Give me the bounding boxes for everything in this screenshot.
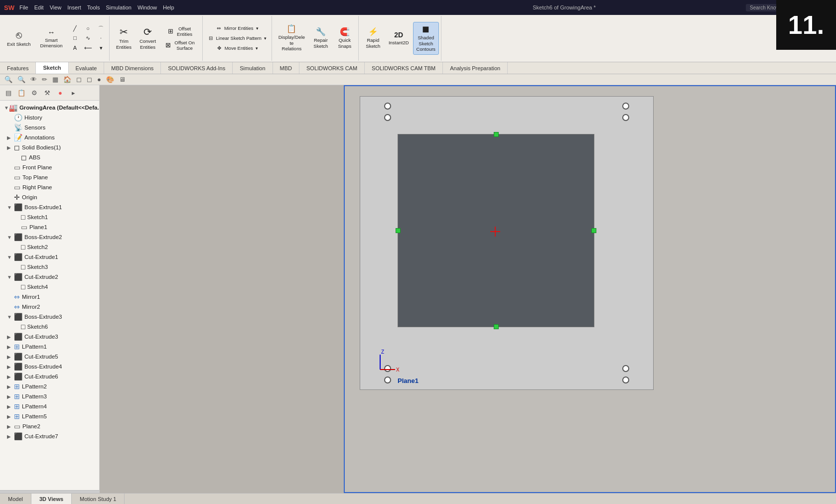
menu-tools[interactable]: Tools [87, 4, 100, 10]
corner-handle-tl1[interactable] [384, 103, 391, 110]
menu-help[interactable]: Help [163, 4, 174, 10]
exit-sketch-button[interactable]: ⎋ Exit Sketch [4, 28, 34, 49]
tree-item-cut-extrude6[interactable]: ▶ ⬛ Cut-Extrude6 [0, 372, 99, 381]
tree-item-lpattern4[interactable]: ▶ ⊞ LPattern4 [0, 401, 99, 411]
linear-pattern-dropdown-icon[interactable]: ▾ [264, 36, 267, 41]
offset-surface-button[interactable]: ⊠ Offset OnSurface [160, 39, 200, 52]
monitor-icon[interactable]: 🖥 [118, 75, 127, 84]
down-button[interactable]: ▾ [95, 44, 107, 52]
tree-item-history[interactable]: 🕐 History [0, 113, 99, 123]
corner-handle-tl2[interactable] [384, 114, 391, 121]
3d-viewport[interactable]: Plane1 Z X ↕ ◻ ⊕ ✕ ● ☰ [100, 85, 836, 493]
tree-item-lpattern3[interactable]: ▶ ⊞ LPattern3 [0, 391, 99, 401]
move-entities-button[interactable]: ✥ Move Entities ▾ [206, 44, 270, 53]
feature-manager-icon[interactable]: ▤ [3, 87, 14, 98]
convert-entities-button[interactable]: ⟳ ConvertEntities [137, 25, 159, 52]
point-button[interactable]: · [95, 34, 107, 42]
tree-item-lpattern1[interactable]: ▶ ⊞ LPattern1 [0, 342, 99, 352]
tree-item-sketch1[interactable]: □ Sketch1 [0, 212, 99, 222]
tree-item-lpattern5[interactable]: ▶ ⊞ LPattern5 [0, 411, 99, 421]
trim-entities-button[interactable]: ✂ TrimEntities [113, 25, 136, 52]
rotate-view-icon[interactable]: 👁 [29, 75, 38, 84]
tree-item-mirror1[interactable]: ⇔ Mirror1 [0, 292, 99, 302]
tree-item-plane2[interactable]: ▶ ▭ Plane2 [0, 421, 99, 431]
tab-features[interactable]: Features [0, 62, 36, 74]
tree-item-cut-extrude3[interactable]: ▶ ⬛ Cut-Extrude3 [0, 332, 99, 342]
btab-model[interactable]: Model [0, 494, 31, 504]
cam-manager-icon[interactable]: ⚒ [42, 87, 53, 98]
tree-root[interactable]: ▼ 🏭 GrowingArea (Default<<Defa... [0, 103, 99, 113]
tab-solidworks-addins[interactable]: SOLIDWORKS Add-Ins [161, 62, 233, 74]
zoom-in-icon[interactable]: 🔍 [16, 75, 27, 84]
menu-simulation[interactable]: Simulation [106, 4, 132, 10]
tab-solidworks-cam-tbm[interactable]: SOLIDWORKS CAM TBM [365, 62, 443, 74]
tree-item-cut-extrude5[interactable]: ▶ ⬛ Cut-Extrude5 [0, 352, 99, 362]
tree-item-origin[interactable]: ✛ Origin [0, 192, 99, 202]
tree-item-solid-bodies[interactable]: ▶ ◻ Solid Bodies(1) [0, 142, 99, 152]
tree-item-mirror2[interactable]: ⇔ Mirror2 [0, 302, 99, 312]
tree-item-sketch2[interactable]: □ Sketch2 [0, 242, 99, 252]
config-manager-icon[interactable]: ⚙ [29, 87, 40, 98]
smart-dimension-button[interactable]: ↔ Smart Dimension [35, 26, 68, 51]
tree-item-annotations[interactable]: ▶ 📝 Annotations [0, 132, 99, 142]
menu-insert[interactable]: Insert [67, 4, 81, 10]
display-icon[interactable]: ▦ [51, 75, 60, 84]
menu-window[interactable]: Window [138, 4, 157, 10]
tree-item-abs[interactable]: ◻ ABS [0, 152, 99, 162]
tree-item-cut-extrude1[interactable]: ▼ ⬛ Cut-Extrude1 [0, 252, 99, 262]
btab-3dviews[interactable]: 3D Views [31, 494, 72, 504]
menu-edit[interactable]: Edit [34, 4, 44, 10]
view-orient-icon[interactable]: ◻ [75, 75, 83, 84]
render-icon[interactable]: 🎨 [105, 75, 116, 84]
render-manager-icon[interactable]: ● [55, 87, 66, 98]
mirror-entities-button[interactable]: ⇔ Mirror Entities ▾ [206, 24, 270, 33]
property-manager-icon[interactable]: 📋 [16, 87, 27, 98]
menu-bar[interactable]: File Edit View Insert Tools Simulation W… [19, 4, 383, 10]
tree-item-boss-extrude1[interactable]: ▼ ⬛ Boss-Extrude1 [0, 202, 99, 212]
tab-mbd-dimensions[interactable]: MBD Dimensions [104, 62, 161, 74]
sidebar-resize-handle[interactable] [0, 490, 99, 493]
tree-item-plane1[interactable]: ▭ Plane1 [0, 222, 99, 232]
midpoint-left[interactable] [396, 228, 401, 233]
midpoint-top[interactable] [494, 132, 499, 137]
tree-item-right-plane[interactable]: ▭ Right Plane [0, 182, 99, 192]
tree-item-top-plane[interactable]: ▭ Top Plane [0, 172, 99, 182]
offset-entities-button[interactable]: ⊞ OffsetEntities [160, 25, 200, 38]
menu-file[interactable]: File [19, 4, 28, 10]
tab-solidworks-cam[interactable]: SOLIDWORKS CAM [299, 62, 365, 74]
midpoint-bottom[interactable] [494, 324, 499, 329]
pan-icon[interactable]: ✏ [40, 75, 49, 84]
menu-view[interactable]: View [50, 4, 62, 10]
tree-item-cut-extrude2[interactable]: ▼ ⬛ Cut-Extrude2 [0, 272, 99, 282]
circle-button[interactable]: ○ [82, 24, 94, 33]
appearance-icon[interactable]: ◻ [85, 75, 94, 84]
tree-item-boss-extrude2[interactable]: ▼ ⬛ Boss-Extrude2 [0, 232, 99, 242]
tree-item-boss-extrude4[interactable]: ▶ ⬛ Boss-Extrude4 [0, 362, 99, 372]
shaded-sketch-contours-button[interactable]: ◼ ShadedSketchContours [413, 22, 439, 54]
tab-analysis-preparation[interactable]: Analysis Preparation [443, 62, 508, 74]
tab-sketch[interactable]: Sketch [36, 62, 68, 74]
section-icon[interactable]: 🏠 [62, 75, 73, 84]
corner-handle-br1[interactable] [622, 365, 629, 372]
corner-handle-tr2[interactable] [622, 114, 629, 121]
text-button[interactable]: A [69, 44, 81, 52]
corner-handle-tr1[interactable] [622, 103, 629, 110]
line-button[interactable]: ╱ [69, 24, 81, 33]
tab-simulation[interactable]: Simulation [233, 62, 273, 74]
move-dropdown-icon[interactable]: ▾ [256, 46, 258, 51]
spline-button[interactable]: ∿ [82, 34, 94, 42]
scene-icon[interactable]: ● [96, 75, 103, 84]
mirror-dropdown-icon[interactable]: ▾ [256, 26, 259, 31]
tree-item-sketch6[interactable]: □ Sketch6 [0, 322, 99, 332]
tree-item-cut-extrude7[interactable]: ▶ ⬛ Cut-Extrude7 [0, 431, 99, 441]
repair-sketch-button[interactable]: 🔧 RepairSketch [309, 26, 332, 51]
tree-item-boss-extrude3[interactable]: ▼ ⬛ Boss-Extrude3 [0, 312, 99, 322]
cline-button[interactable]: ⟵ [82, 44, 94, 52]
midpoint-right[interactable] [591, 228, 596, 233]
linear-sketch-pattern-button[interactable]: ⊟ Linear Sketch Pattern ▾ [206, 34, 270, 43]
tree-item-front-plane[interactable]: ▭ Front Plane [0, 162, 99, 172]
tree-item-sketch4[interactable]: □ Sketch4 [0, 282, 99, 292]
zoom-to-fit-icon[interactable]: 🔍 [3, 75, 14, 84]
arc-button[interactable]: ⌒ [95, 24, 107, 33]
quick-snaps-button[interactable]: 🧲 QuickSnaps [333, 26, 356, 51]
